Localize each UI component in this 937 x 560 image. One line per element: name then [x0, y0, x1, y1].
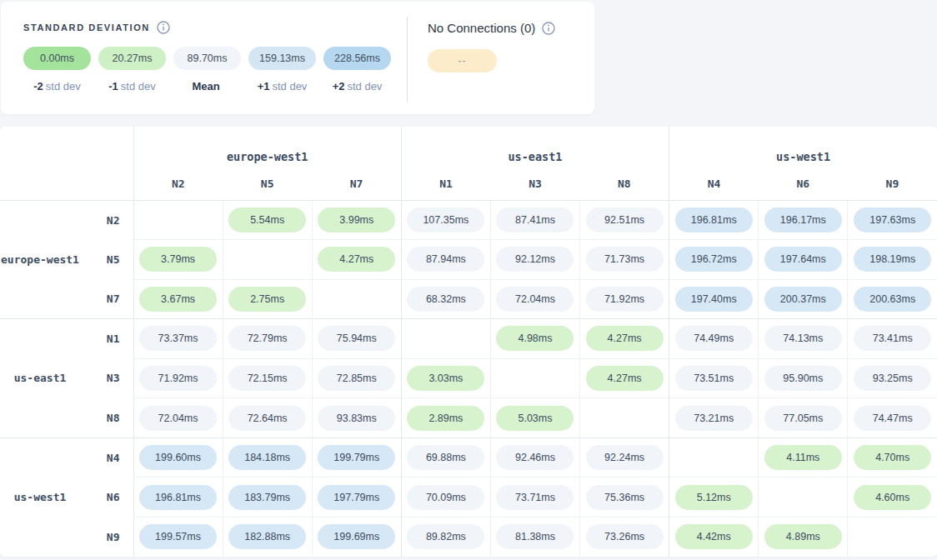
latency-pill[interactable]: 92.46ms [496, 445, 574, 470]
legend-pill-label: -1std dev [108, 80, 155, 92]
latency-pill[interactable]: 77.05ms [764, 406, 842, 431]
latency-pill[interactable]: 199.69ms [318, 524, 395, 549]
no-connections-info-icon[interactable] [542, 22, 555, 35]
latency-cell: 72.85ms [312, 358, 401, 398]
latency-pill[interactable]: 72.15ms [228, 366, 306, 391]
latency-pill[interactable]: 5.03ms [496, 406, 574, 431]
latency-pill[interactable]: 73.26ms [586, 524, 664, 549]
latency-pill[interactable]: 70.09ms [407, 485, 484, 510]
latency-pill[interactable]: 197.79ms [318, 485, 395, 510]
latency-pill[interactable]: 5.54ms [228, 208, 306, 232]
self-cell [133, 200, 223, 240]
latency-pill[interactable]: 87.94ms [407, 247, 484, 272]
latency-cell: 199.69ms [312, 517, 401, 557]
latency-cell: 199.79ms [312, 438, 401, 478]
latency-pill[interactable]: 4.42ms [675, 524, 753, 549]
no-connections-label: No Connections (0) [428, 21, 535, 35]
latency-pill[interactable]: 196.81ms [139, 485, 217, 510]
latency-pill[interactable]: 74.13ms [764, 326, 842, 351]
latency-pill[interactable]: 74.47ms [854, 406, 931, 431]
latency-pill[interactable]: 2.75ms [228, 287, 306, 312]
latency-pill[interactable]: 75.36ms [586, 485, 664, 510]
column-node-header-N9: N9 [848, 168, 937, 200]
latency-pill[interactable]: 93.83ms [318, 406, 395, 431]
latency-pill[interactable]: 197.64ms [764, 247, 842, 272]
latency-pill[interactable]: 196.72ms [675, 247, 753, 272]
latency-pill[interactable]: 74.49ms [675, 326, 753, 351]
latency-pill[interactable]: 73.37ms [139, 326, 217, 351]
latency-pill[interactable]: 73.21ms [675, 406, 753, 431]
row-node-label-N5: N5 [80, 240, 133, 280]
latency-pill[interactable]: 3.99ms [318, 208, 395, 232]
latency-pill[interactable]: 4.70ms [854, 445, 931, 470]
latency-cell: 73.71ms [490, 478, 579, 518]
self-cell [490, 358, 579, 398]
latency-pill[interactable]: 4.27ms [586, 326, 664, 351]
latency-cell: 4.60ms [848, 478, 937, 518]
latency-pill[interactable]: 72.79ms [228, 326, 306, 351]
latency-cell: 3.79ms [133, 240, 223, 280]
latency-pill[interactable]: 199.60ms [139, 445, 217, 470]
latency-pill[interactable]: 3.03ms [407, 366, 484, 391]
latency-pill[interactable]: 72.85ms [318, 366, 395, 391]
latency-cell: 72.15ms [223, 358, 312, 398]
latency-pill[interactable]: 73.51ms [675, 366, 753, 391]
self-cell [669, 438, 759, 478]
latency-pill[interactable]: 68.32ms [407, 287, 484, 312]
latency-pill[interactable]: 200.37ms [764, 287, 842, 312]
latency-pill[interactable]: 198.19ms [854, 247, 931, 272]
latency-pill[interactable]: 3.79ms [139, 247, 217, 272]
latency-pill[interactable]: 3.67ms [139, 287, 217, 312]
latency-pill[interactable]: 92.51ms [586, 208, 664, 232]
latency-pill[interactable]: 72.64ms [228, 406, 306, 431]
latency-pill[interactable]: 89.82ms [407, 524, 484, 549]
latency-pill[interactable]: 92.24ms [586, 445, 664, 470]
latency-pill[interactable]: 4.11ms [764, 445, 842, 470]
latency-pill[interactable]: 183.79ms [228, 485, 306, 510]
latency-pill[interactable]: 4.60ms [854, 485, 931, 510]
latency-cell: 68.32ms [401, 279, 490, 319]
latency-pill[interactable]: 73.71ms [496, 485, 574, 510]
column-region-header-us-east1: us-east1 [401, 127, 669, 168]
self-cell [223, 240, 312, 280]
latency-pill[interactable]: 71.92ms [139, 366, 217, 391]
latency-pill[interactable]: 95.90ms [764, 366, 842, 391]
latency-cell: 93.25ms [848, 358, 937, 398]
latency-pill[interactable]: 4.27ms [586, 366, 664, 391]
latency-pill[interactable]: 92.12ms [496, 247, 574, 272]
latency-pill[interactable]: 72.04ms [139, 406, 217, 431]
latency-pill[interactable]: 184.18ms [228, 445, 306, 470]
latency-pill[interactable]: 71.92ms [586, 287, 664, 312]
latency-pill[interactable]: 72.04ms [496, 287, 574, 312]
latency-pill[interactable]: 182.88ms [228, 524, 306, 549]
legend-pill-minus1: 20.27ms [98, 47, 166, 70]
latency-pill[interactable]: 5.12ms [675, 485, 753, 510]
latency-pill[interactable]: 196.17ms [764, 208, 842, 232]
latency-pill[interactable]: 87.41ms [496, 208, 574, 232]
row-region-label-us-east1: us-east1 [0, 319, 80, 438]
latency-pill[interactable]: 4.89ms [764, 524, 842, 549]
latency-pill[interactable]: 2.89ms [407, 406, 484, 431]
latency-pill[interactable]: 4.98ms [496, 326, 574, 351]
latency-pill[interactable]: 71.73ms [586, 247, 664, 272]
self-cell [580, 398, 669, 438]
latency-cell: 72.64ms [223, 398, 312, 438]
matrix-corner [0, 127, 133, 200]
latency-pill[interactable]: 197.63ms [854, 208, 931, 232]
latency-pill[interactable]: 69.88ms [407, 445, 484, 470]
latency-pill[interactable]: 199.79ms [318, 445, 395, 470]
latency-pill[interactable]: 93.25ms [854, 366, 931, 391]
latency-pill[interactable]: 199.57ms [139, 524, 217, 549]
latency-cell: 74.47ms [848, 398, 937, 438]
latency-cell: 5.03ms [490, 398, 579, 438]
latency-pill[interactable]: 4.27ms [318, 247, 395, 272]
latency-pill[interactable]: 197.40ms [675, 287, 753, 312]
latency-pill[interactable]: 81.38ms [496, 524, 574, 549]
column-node-header-N5: N5 [223, 168, 312, 200]
latency-pill[interactable]: 200.63ms [854, 287, 931, 312]
latency-pill[interactable]: 196.81ms [675, 208, 753, 232]
latency-pill[interactable]: 75.94ms [318, 326, 395, 351]
latency-pill[interactable]: 107.35ms [407, 208, 484, 232]
std-dev-info-icon[interactable] [157, 21, 170, 34]
latency-pill[interactable]: 73.41ms [854, 326, 931, 351]
